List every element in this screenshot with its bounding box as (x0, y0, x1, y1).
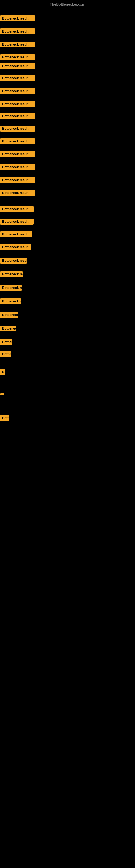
badge-9: Bottleneck result (0, 113, 35, 119)
badge-2: Bottleneck result (0, 29, 35, 34)
badge-5: Bottleneck result (0, 63, 35, 69)
badge-30: Bott (0, 415, 9, 421)
badge-19: Bottleneck result (0, 244, 31, 250)
badge-20: Bottleneck result (0, 258, 27, 264)
badge-23: Bottleneck result (0, 299, 21, 304)
badge-6: Bottleneck result (0, 75, 35, 81)
badge-25: Bottleneck result (0, 326, 16, 332)
badge-11: Bottleneck result (0, 138, 35, 144)
badge-7: Bottleneck result (0, 88, 35, 94)
badge-14: Bottleneck result (0, 177, 35, 183)
badge-17: Bottleneck result (0, 219, 34, 225)
badge-28: B (0, 369, 5, 375)
badge-8: Bottleneck result (0, 101, 35, 107)
badge-15: Bottleneck result (0, 190, 35, 196)
badge-16: Bottleneck result (0, 206, 34, 212)
badge-3: Bottleneck result (0, 41, 35, 48)
badge-29 (0, 393, 4, 396)
badge-4: Bottleneck result (0, 54, 35, 60)
badge-10: Bottleneck result (0, 126, 35, 131)
badge-21: Bottleneck result (0, 271, 23, 277)
badge-22: Bottleneck result (0, 285, 21, 291)
badge-1: Bottleneck result (0, 16, 35, 22)
badge-18: Bottleneck result (0, 231, 32, 237)
badge-27: Bottleneck result (0, 351, 11, 357)
site-title: TheBottlenecker.com (0, 2, 135, 6)
badge-24: Bottleneck result (0, 312, 18, 318)
badge-12: Bottleneck result (0, 151, 35, 157)
badge-26: Bottleneck result (0, 339, 12, 345)
badge-13: Bottleneck result (0, 164, 35, 170)
